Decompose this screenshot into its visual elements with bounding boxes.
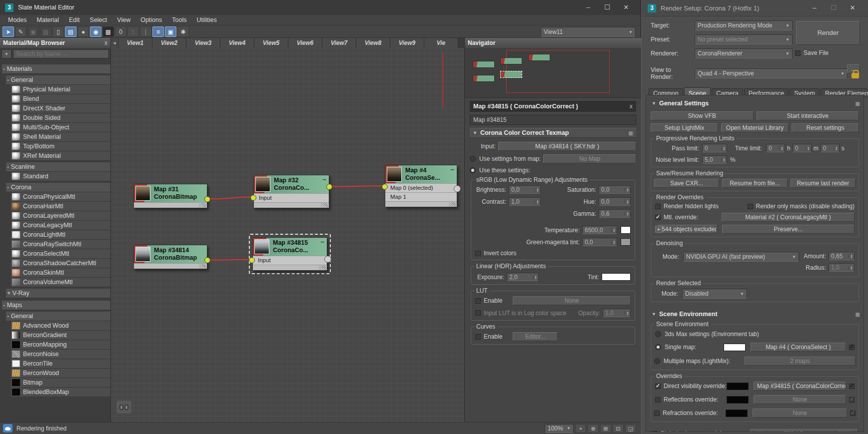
view-tab[interactable]: View3	[186, 38, 220, 48]
list-item[interactable]: CoronaLegacyMtl	[11, 221, 110, 230]
direct-visibility-map-button[interactable]: Map #34815 ( CoronaColorCorrect )	[754, 382, 846, 391]
show-vfb-button[interactable]: Show VFB	[651, 111, 754, 120]
preset-dropdown[interactable]: No preset selected▼	[695, 34, 793, 44]
reset-settings-button[interactable]: Reset settings	[792, 123, 859, 132]
menu-item[interactable]: Material	[32, 16, 64, 23]
list-item[interactable]: DirectX Shader	[11, 104, 110, 113]
lut-enable-checkbox[interactable]	[475, 298, 481, 304]
mtl-override-material-button[interactable]: Material #2 ( CoronaLegacyMtl )	[722, 213, 855, 222]
assign-material-icon[interactable]: ●	[77, 26, 89, 37]
browser-header[interactable]: Material/Map Browser x	[0, 38, 110, 48]
refractions-toggle-checkbox[interactable]	[850, 411, 856, 416]
single-map-button[interactable]: Map #4 ( CoronaSelect )	[751, 343, 846, 352]
close-icon[interactable]: x	[630, 103, 633, 110]
active-view-selector[interactable]: View11 ▼	[541, 27, 636, 37]
list-item[interactable]: + V-Ray	[6, 289, 110, 298]
show-background-icon[interactable]: ▩	[102, 26, 114, 37]
tint-color-swatch[interactable]	[602, 273, 631, 281]
parameter-panel-header[interactable]: Map #34815 ( CoronaColorCorrect ) x	[470, 101, 636, 112]
green-magenta-swatch[interactable]	[621, 238, 631, 246]
zoom-region-icon[interactable]: ⊞	[600, 424, 611, 433]
list-item[interactable]: - General	[6, 312, 110, 321]
input-map-button[interactable]: Map #34814 ( SKY.hdr )	[498, 142, 636, 151]
view-tab[interactable]: View9	[390, 38, 424, 48]
menu-item[interactable]: Tools	[167, 16, 191, 23]
list-item[interactable]: BerconGradient	[11, 331, 110, 340]
output-socket[interactable]	[454, 185, 461, 192]
mtl-override-checkbox[interactable]	[655, 215, 661, 220]
list-item[interactable]: CoronaVolumeMtl	[11, 278, 110, 287]
show-maps-viewport-icon[interactable]: ◉	[90, 26, 101, 37]
input-slot[interactable]: Input	[253, 256, 327, 265]
resize-grip-icon[interactable]	[321, 203, 328, 207]
single-map-toggle-checkbox[interactable]	[849, 345, 855, 350]
pick-material-icon[interactable]: ✎	[15, 26, 26, 37]
save-cxr-button[interactable]: Save CXR...	[654, 179, 719, 188]
output-socket[interactable]	[324, 256, 331, 263]
resume-from-file-button[interactable]: Resume from file...	[722, 179, 787, 188]
expand-excluded-icon[interactable]: +	[655, 226, 662, 233]
pass-limit-field[interactable]: 0▲▼	[702, 144, 727, 152]
refractions-override-button[interactable]: None	[753, 409, 847, 418]
list-item[interactable]: BerconWood	[11, 369, 110, 378]
clone-icon[interactable]: ▣	[27, 26, 39, 37]
view-tab[interactable]: View2	[152, 38, 186, 48]
node-header[interactable]: Map #31 CoronaBitmap	[134, 184, 207, 202]
use-settings-from-map-radio[interactable]	[470, 156, 476, 162]
opacity-field[interactable]: 1,0▲▼	[603, 309, 631, 317]
refractions-override-checkbox[interactable]	[654, 411, 660, 416]
global-volume-checkbox[interactable]	[652, 431, 657, 433]
navigator-thumb[interactable]	[473, 61, 495, 68]
zoom-extents-selected-icon[interactable]: ◲	[625, 424, 636, 433]
output-socket[interactable]	[204, 196, 210, 202]
map1-slot[interactable]: Map 1	[385, 192, 457, 201]
refractions-override-swatch[interactable]	[726, 410, 748, 417]
target-dropdown[interactable]: Production Rendering Mode▼	[695, 20, 793, 30]
green-magenta-field[interactable]: 0,0▲▼	[582, 238, 617, 246]
node-header[interactable]: Map #32 CoronaCo... −	[254, 175, 329, 193]
list-item[interactable]: XRef Material	[11, 151, 110, 161]
lut-file-button[interactable]: None	[513, 296, 631, 305]
node-map-34814[interactable]: Map #34814 CoronaBitmap	[133, 245, 207, 269]
preview-window-icon[interactable]: ▣	[165, 26, 176, 37]
view-tab[interactable]: View7	[322, 38, 356, 48]
rollout-general-settings[interactable]: ▼ General Settings ▦	[650, 98, 860, 108]
list-item[interactable]: Standard	[11, 172, 110, 181]
list-item[interactable]: CoronaRaySwitchMtl	[11, 240, 110, 249]
list-item[interactable]: Advanced Wood	[11, 321, 110, 331]
find-node-button[interactable]	[116, 400, 132, 414]
paste-icon[interactable]: ▨	[40, 26, 51, 37]
lock-icon[interactable]	[852, 73, 859, 78]
renderer-dropdown[interactable]: CoronaRenderer▼	[695, 48, 793, 58]
list-item[interactable]: BerconNoise	[11, 350, 110, 359]
navigator-thumb-selected[interactable]	[500, 71, 522, 78]
menu-item[interactable]: Select	[85, 16, 112, 23]
reflections-override-checkbox[interactable]	[655, 397, 661, 403]
map0-slot[interactable]: Map 0 (selected)	[385, 183, 457, 192]
list-item[interactable]: Bitmap	[11, 378, 110, 388]
single-map-color-swatch[interactable]	[724, 344, 746, 351]
noise-limit-field[interactable]: 5,0▲▼	[702, 155, 727, 164]
direct-visibility-checkbox[interactable]	[655, 384, 661, 389]
list-item[interactable]: - General	[6, 75, 110, 85]
save-file-checkbox[interactable]	[795, 50, 801, 56]
material-list-icon[interactable]: ≡	[152, 26, 164, 37]
reflections-toggle-checkbox[interactable]	[849, 397, 855, 403]
direct-visibility-toggle-checkbox[interactable]	[849, 384, 855, 389]
render-only-masks-checkbox[interactable]	[748, 204, 753, 209]
view-tab[interactable]: View8	[356, 38, 390, 48]
view-tab[interactable]: View1	[118, 38, 152, 48]
show-child-nodes-icon[interactable]: ▤	[65, 26, 76, 37]
view-tab[interactable]: View5	[254, 38, 288, 48]
list-item[interactable]: CoronaSelectMtl	[11, 249, 110, 259]
navigator-minimap[interactable]	[465, 48, 641, 97]
list-item[interactable]: Double Sided	[11, 113, 110, 123]
node-map-34815[interactable]: Map #34815 CoronaCo... − Input	[252, 237, 327, 271]
list-item[interactable]: BlendedBoxMap	[11, 388, 110, 397]
view-tab[interactable]: Vie	[424, 38, 458, 48]
lut-log-checkbox[interactable]	[475, 310, 481, 316]
tab-scroll-left-icon[interactable]: ◄	[111, 38, 118, 48]
maximize-icon[interactable]: ☐	[824, 2, 843, 14]
zoom-icon[interactable]: ⊕	[588, 424, 599, 433]
node-map-31[interactable]: Map #31 CoronaBitmap	[133, 184, 207, 208]
